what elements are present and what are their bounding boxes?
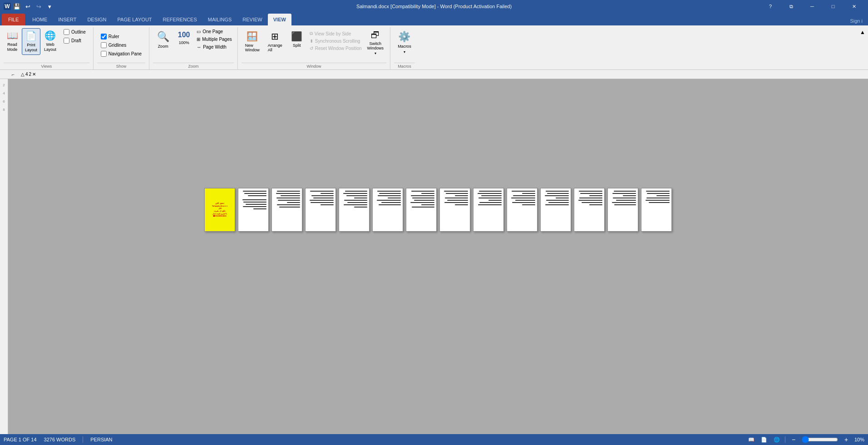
switch-windows-icon: 🗗 (371, 30, 380, 40)
redo-button[interactable]: ↪ (34, 1, 44, 11)
tab-insert[interactable]: INSERT (53, 14, 82, 25)
tab-home[interactable]: HOME (27, 14, 53, 25)
help-button[interactable]: ? (760, 0, 781, 13)
page-thumb-4[interactable] (305, 188, 336, 232)
macros-icon: ⚙️ (398, 31, 410, 43)
quick-access-toolbar: W 💾 ↩ ↪ ▾ (4, 1, 54, 11)
page-thumb-1[interactable]: تحقیق آنلاینTahqighonline.ir ●قابلدانلود… (204, 188, 235, 232)
multiple-pages-icon: ⊞ (197, 37, 200, 42)
split-button[interactable]: ⬛ Split (287, 28, 307, 49)
gridlines-option[interactable]: Gridlines (99, 41, 128, 49)
undo-button[interactable]: ↩ (23, 1, 33, 11)
tab-file[interactable]: FILE (2, 14, 25, 25)
synchronous-scrolling-button[interactable]: ⬍ Synchronous Scrolling (308, 38, 364, 44)
tab-design[interactable]: DESIGN (82, 14, 112, 25)
page-thumb-2[interactable] (238, 188, 269, 232)
page-2-content (238, 188, 268, 231)
tab-page-layout[interactable]: PAGE LAYOUT (112, 14, 158, 25)
switch-windows-label: SwitchWindows (367, 41, 384, 50)
print-layout-button[interactable]: 📄 PrintLayout (22, 28, 40, 55)
outline-checkbox[interactable] (64, 29, 69, 35)
main-area: 2 4 6 8 تحقیق آنلاینTahqighonline.ir ●قا… (0, 79, 868, 434)
zoom-slider[interactable] (802, 437, 838, 442)
tab-references[interactable]: REFERENCES (158, 14, 202, 25)
draft-label: Draft (71, 38, 81, 43)
zoom-out-btn[interactable]: − (789, 435, 798, 444)
new-window-button[interactable]: 🪟 NewWindow (242, 28, 263, 53)
ribbon-group-window: 🪟 NewWindow ⊞ ArrangeAll ⬛ Split ⧉ View … (238, 27, 390, 69)
restore-down-button[interactable]: ⧉ (781, 0, 802, 13)
language-indicator[interactable]: PERSIAN (90, 437, 112, 442)
gridlines-checkbox[interactable] (101, 42, 107, 48)
tab-mailings[interactable]: MAILINGS (202, 14, 237, 25)
page-thumb-12[interactable] (574, 188, 605, 232)
window-controls: ? ⧉ ─ □ ✕ (760, 0, 864, 13)
page-thumb-11[interactable] (540, 188, 571, 232)
document-area[interactable]: تحقیق آنلاینTahqighonline.ir ●قابلدانلود… (8, 79, 868, 434)
window-buttons: 🪟 NewWindow ⊞ ArrangeAll ⬛ Split ⧉ View … (242, 27, 386, 63)
one-page-icon: ▭ (197, 29, 201, 34)
page-thumb-5[interactable] (339, 188, 370, 232)
print-layout-status-btn[interactable]: 📄 (760, 435, 769, 444)
multiple-pages-button[interactable]: ⊞ Multiple Pages (195, 36, 234, 43)
view-side-by-side-icon: ⧉ (310, 31, 313, 36)
page-indicator[interactable]: PAGE 1 OF 14 (4, 437, 37, 442)
tab-stop-icon[interactable]: ⌐ (9, 72, 17, 77)
page-thumb-13[interactable] (607, 188, 638, 232)
minimize-button[interactable]: ─ (802, 0, 823, 13)
page-thumb-14[interactable] (641, 188, 672, 232)
reset-window-position-button[interactable]: ↺ Reset Window Position (308, 45, 364, 52)
outline-button[interactable]: Outline (62, 28, 88, 36)
zoom100-button[interactable]: 100 100% (174, 28, 194, 46)
ruler-option[interactable]: Ruler (99, 33, 121, 40)
page-thumb-3[interactable] (271, 188, 302, 232)
web-layout-label: WebLayout (44, 42, 56, 52)
maximize-button[interactable]: □ (823, 0, 843, 13)
reading-view-btn[interactable]: 📖 (747, 435, 756, 444)
extra-view-options: Outline Draft (60, 28, 89, 44)
page-3-content (272, 188, 302, 231)
customize-qa-button[interactable]: ▾ (44, 1, 54, 11)
vertical-ruler: 2 4 6 8 (0, 79, 8, 434)
draft-checkbox[interactable] (64, 38, 69, 44)
ruler-mark-6: 6 (0, 98, 8, 106)
zoom-button[interactable]: 🔍 Zoom (153, 28, 173, 49)
web-layout-status-btn[interactable]: 🌐 (772, 435, 781, 444)
page-width-button[interactable]: ↔ Page Width (195, 44, 234, 50)
macros-button[interactable]: ⚙️ Macros ▾ (394, 28, 415, 55)
ribbon-group-zoom: 🔍 Zoom 100 100% ▭ One Page ⊞ Multiple Pa… (149, 27, 238, 69)
navigation-pane-checkbox[interactable] (101, 51, 107, 57)
window-group-label: Window (242, 63, 386, 69)
page-thumb-9[interactable] (473, 188, 504, 232)
tab-review[interactable]: REVIEW (237, 14, 267, 25)
sign-in-link[interactable]: Sign i (844, 16, 868, 25)
zoom-label: Zoom (158, 44, 168, 49)
page-width-icon: ↔ (197, 44, 201, 49)
view-side-by-side-button[interactable]: ⧉ View Side by Side (308, 30, 364, 37)
page-thumb-6[interactable] (372, 188, 403, 232)
window-small-btns: ⧉ View Side by Side ⬍ Synchronous Scroll… (308, 28, 364, 52)
page-thumb-7[interactable] (406, 188, 437, 232)
page-thumb-8[interactable] (439, 188, 470, 232)
tab-view[interactable]: VIEW (268, 14, 291, 25)
switch-windows-arrow: ▾ (375, 51, 376, 55)
ribbon: 📖 ReadMode 📄 PrintLayout 🌐 WebLayout Out… (0, 25, 868, 70)
title-bar: W 💾 ↩ ↪ ▾ Salmandi.docx [Compatibility M… (0, 0, 868, 13)
one-page-button[interactable]: ▭ One Page (195, 28, 234, 35)
split-icon: ⬛ (291, 31, 302, 42)
navigation-pane-option[interactable]: Navigation Pane (99, 50, 143, 58)
ruler-checkbox[interactable] (101, 34, 107, 40)
reset-window-label: Reset Window Position (315, 46, 362, 51)
zoom-in-btn[interactable]: + (842, 435, 851, 444)
save-button[interactable]: 💾 (12, 1, 22, 11)
status-divider-2 (785, 436, 785, 443)
page-thumb-10[interactable] (507, 188, 538, 232)
collapse-ribbon-button[interactable]: ▲ (857, 27, 868, 37)
switch-windows-button[interactable]: 🗗 SwitchWindows ▾ (365, 28, 387, 56)
arrange-all-button[interactable]: ⊞ ArrangeAll (264, 28, 286, 53)
zoom-buttons: 🔍 Zoom 100 100% ▭ One Page ⊞ Multiple Pa… (153, 27, 234, 63)
read-mode-button[interactable]: 📖 ReadMode (4, 28, 21, 54)
draft-button[interactable]: Draft (62, 37, 88, 44)
close-button[interactable]: ✕ (843, 0, 864, 13)
web-layout-button[interactable]: 🌐 WebLayout (41, 28, 59, 54)
